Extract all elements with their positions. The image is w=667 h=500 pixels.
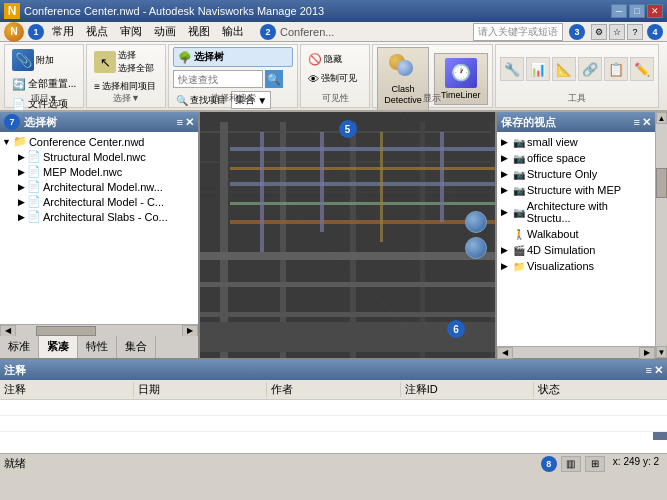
view-icon-6: ▶ bbox=[501, 245, 513, 255]
viewport-3d-area[interactable]: 5 bbox=[200, 112, 495, 358]
attach-button[interactable]: 📎 附加 bbox=[9, 47, 79, 73]
ribbon-group-project: 📎 附加 🔄 全部重置... 📄 文件选项 项目▼ bbox=[4, 44, 84, 108]
visibility-group-label: 可见性 bbox=[301, 92, 369, 105]
tree-item-slabs[interactable]: ▶ 📄 Architectural Slabs - Co... bbox=[2, 209, 196, 224]
select-tree-button[interactable]: 🌳 选择树 bbox=[173, 47, 293, 67]
svg-rect-10 bbox=[200, 282, 495, 287]
view-item-0[interactable]: ▶ 📷 small view bbox=[499, 134, 653, 150]
tool-btn-2[interactable]: 📊 bbox=[526, 57, 550, 81]
vs-up[interactable]: ▲ bbox=[656, 112, 667, 124]
view-label-2: Structure Only bbox=[527, 168, 597, 180]
view-item-1[interactable]: ▶ 📷 office space bbox=[499, 150, 653, 166]
view-label-6: 4D Simulation bbox=[527, 244, 595, 256]
menu-output[interactable]: 输出 bbox=[216, 22, 250, 41]
view-icon-1: ▶ bbox=[501, 153, 513, 163]
minimize-button[interactable]: ─ bbox=[611, 4, 627, 18]
menu-viewpoint[interactable]: 视点 bbox=[80, 22, 114, 41]
right-panel: 保存的视点 ≡ ✕ ▶ 📷 small view ▶ 📷 office spac… bbox=[495, 112, 655, 358]
tree-item-arch[interactable]: ▶ 📄 Architectural Model.nw... bbox=[2, 179, 196, 194]
tree-item-label-4: Architectural Model - C... bbox=[43, 196, 164, 208]
views-scroll-left[interactable]: ◀ bbox=[497, 347, 513, 359]
search-button[interactable]: 🔍 bbox=[265, 70, 283, 88]
tool-btn-4[interactable]: 🔗 bbox=[578, 57, 602, 81]
status-btn-2[interactable]: ⊞ bbox=[585, 456, 605, 472]
view-item-3[interactable]: ▶ 📷 Structure with MEP bbox=[499, 182, 653, 198]
tree-item-arch-c[interactable]: ▶ 📄 Architectural Model - C... bbox=[2, 194, 196, 209]
tool-btn-5[interactable]: 📋 bbox=[604, 57, 628, 81]
views-close-button[interactable]: ✕ bbox=[642, 116, 651, 129]
tool-icon-1[interactable]: ⚙ bbox=[591, 24, 607, 40]
tab-properties[interactable]: 特性 bbox=[78, 336, 117, 358]
ann-row-empty-2 bbox=[0, 416, 667, 432]
views-h-scrollbar[interactable]: ◀ ▶ bbox=[497, 346, 655, 358]
cursor-icon: ↖ bbox=[94, 51, 116, 73]
tool-icon-2[interactable]: ☆ bbox=[609, 24, 625, 40]
tree-h-scrollbar[interactable]: ◀ ▶ bbox=[0, 324, 198, 336]
annotation-close[interactable]: ✕ bbox=[654, 364, 663, 377]
visibility-buttons: 🚫 隐藏 👁 强制可见 bbox=[305, 51, 360, 87]
annotation-titlebar: 注释 ≡ ✕ bbox=[0, 360, 667, 380]
status-btn-1[interactable]: ▥ bbox=[561, 456, 581, 472]
annotation-expand[interactable]: ≡ bbox=[646, 364, 652, 377]
tree-item-root[interactable]: ▼ 📁 Conference Center.nwd bbox=[2, 134, 196, 149]
refresh-button[interactable]: 🔄 全部重置... bbox=[9, 75, 79, 93]
svg-rect-19 bbox=[380, 132, 383, 242]
svg-rect-9 bbox=[200, 252, 495, 260]
views-panel-controls: ≡ ✕ bbox=[634, 116, 651, 129]
restore-button[interactable]: □ bbox=[629, 4, 645, 18]
display-group-label: 显示 bbox=[373, 92, 491, 105]
app-icon: N bbox=[4, 3, 20, 19]
hide-button[interactable]: 🚫 隐藏 bbox=[305, 51, 360, 68]
tool-btn-1[interactable]: 🔧 bbox=[500, 57, 524, 81]
hide-icon: 🚫 bbox=[308, 53, 322, 66]
view-item-2[interactable]: ▶ 📷 Structure Only bbox=[499, 166, 653, 182]
hide-label: 隐藏 bbox=[324, 53, 342, 66]
close-button[interactable]: ✕ bbox=[647, 4, 663, 18]
menu-animation[interactable]: 动画 bbox=[148, 22, 182, 41]
help-icon[interactable]: ? bbox=[627, 24, 643, 40]
quick-search-input[interactable] bbox=[173, 70, 263, 88]
scroll-left[interactable]: ◀ bbox=[0, 325, 16, 337]
step-2: 2 bbox=[260, 24, 276, 40]
tool-btn-3[interactable]: 📐 bbox=[552, 57, 576, 81]
menu-common[interactable]: 常用 bbox=[46, 22, 80, 41]
view-item-5[interactable]: 🚶 Walkabout bbox=[499, 226, 653, 242]
view-item-7[interactable]: ▶ 📁 Visualizations bbox=[499, 258, 653, 274]
scroll-right[interactable]: ▶ bbox=[182, 325, 198, 337]
view-item-6[interactable]: ▶ 🎬 4D Simulation bbox=[499, 242, 653, 258]
svg-rect-13 bbox=[230, 167, 495, 170]
tree-item-mep[interactable]: ▶ 📄 MEP Model.nwc bbox=[2, 164, 196, 179]
tree-item-structural[interactable]: ▶ 📄 Structural Model.nwc bbox=[2, 149, 196, 164]
nav-circle-2[interactable] bbox=[465, 237, 487, 259]
svg-rect-16 bbox=[230, 220, 495, 224]
tab-compact[interactable]: 紧凑 bbox=[39, 336, 78, 358]
tool-btn-6[interactable]: ✏️ bbox=[630, 57, 654, 81]
tree-tabs: 标准 紧凑 特性 集合 bbox=[0, 336, 198, 358]
window-title: Conference Center.nwd - Autodesk Naviswo… bbox=[24, 5, 611, 17]
menu-view[interactable]: 视图 bbox=[182, 22, 216, 41]
vs-down[interactable]: ▼ bbox=[656, 346, 667, 358]
tab-sets[interactable]: 集合 bbox=[117, 336, 156, 358]
nav-circle-1[interactable] bbox=[465, 211, 487, 233]
views-expand-button[interactable]: ≡ bbox=[634, 116, 640, 129]
window-controls: ─ □ ✕ bbox=[611, 4, 663, 18]
views-scroll-right[interactable]: ▶ bbox=[639, 347, 655, 359]
tab-compact-label: 紧凑 bbox=[47, 340, 69, 352]
view-item-4[interactable]: ▶ 📷 Architecture with Structu... bbox=[499, 198, 653, 226]
tab-standard[interactable]: 标准 bbox=[0, 336, 39, 358]
main-v-scrollbar[interactable]: ▲ 平面图 ▼ bbox=[655, 112, 667, 358]
clash-sphere-blue bbox=[397, 60, 413, 76]
force-visible-button[interactable]: 👁 强制可见 bbox=[305, 70, 360, 87]
select-all-text: 选择 选择全部 bbox=[118, 49, 154, 75]
annotation-table-area: 注释 日期 作者 注释ID 状态 bbox=[0, 380, 667, 453]
scroll-thumb[interactable] bbox=[36, 326, 96, 336]
menu-review[interactable]: 审阅 bbox=[114, 22, 148, 41]
sim-icon-6: 🎬 bbox=[513, 245, 525, 256]
vs-thumb[interactable] bbox=[656, 168, 667, 198]
app-icon-letter: N bbox=[8, 4, 17, 18]
select-group-label: 选择▼ bbox=[87, 92, 165, 105]
folder-icon-0: 📁 bbox=[13, 135, 27, 148]
annotation-title: 注释 bbox=[4, 363, 26, 378]
select-all-button[interactable]: ↖ 选择 选择全部 bbox=[91, 47, 159, 77]
view-label-0: small view bbox=[527, 136, 578, 148]
